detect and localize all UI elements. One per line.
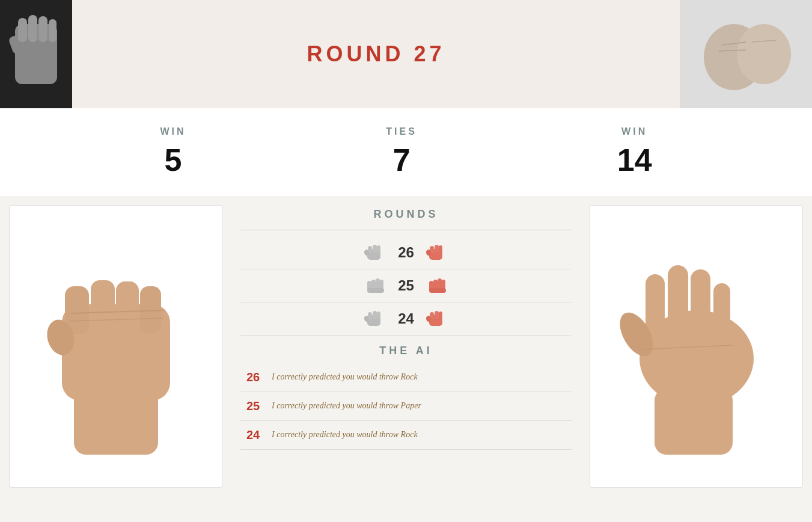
svg-rect-54 [691, 269, 710, 352]
ai-prediction-text-26: I correctly predicted you would throw Ro… [272, 370, 418, 383]
svg-rect-16 [140, 286, 161, 333]
round-number-24: 24 [395, 310, 417, 327]
ai-paper-image [600, 226, 793, 467]
svg-rect-48 [439, 312, 442, 319]
ai-round-num-25: 25 [246, 399, 264, 413]
player-win-block: WIN 5 [160, 126, 186, 178]
rounds-heading: ROUNDS [373, 208, 438, 221]
round-row-24: 24 [240, 302, 572, 336]
ai-round-num-24: 24 [246, 428, 264, 442]
svg-rect-47 [435, 311, 439, 319]
player-rock-icon-26 [364, 241, 386, 264]
ai-heading: THE AI [379, 345, 432, 357]
ai-hand-panel [590, 205, 803, 488]
svg-rect-22 [373, 245, 377, 253]
player-win-value: 5 [160, 142, 186, 178]
hero-banner: ROUND 27 [0, 0, 812, 108]
round-title: ROUND 27 [307, 41, 445, 67]
svg-rect-42 [373, 311, 377, 319]
round-number-25: 25 [395, 277, 417, 294]
svg-point-7 [737, 24, 791, 84]
ai-round-num-26: 26 [246, 370, 264, 384]
ai-prediction-text-25: I correctly predicted you would throw Pa… [272, 399, 421, 412]
ai-win-value: 14 [617, 142, 652, 178]
svg-rect-53 [668, 265, 688, 352]
svg-rect-27 [435, 245, 439, 253]
round-number-26: 26 [395, 244, 417, 261]
left-fist-icon [6, 6, 66, 102]
ai-rock-icon-26 [426, 241, 448, 264]
main-content: ROUNDS 26 [0, 196, 812, 497]
score-section: WIN 5 TIES 7 WIN 14 [0, 108, 812, 196]
svg-rect-4 [49, 19, 56, 42]
svg-rect-15 [116, 281, 139, 334]
player-rock-icon-24 [364, 307, 386, 330]
player-win-label: WIN [160, 126, 186, 137]
ai-prediction-text-24: I correctly predicted you would throw Ro… [272, 428, 418, 441]
ai-prediction-row-25: 25 I correctly predicted you would throw… [240, 392, 572, 421]
ai-win-block: WIN 14 [617, 126, 652, 178]
svg-rect-55 [713, 283, 730, 352]
svg-rect-34 [367, 288, 384, 293]
player-fist-image [26, 226, 206, 467]
player-hand-panel [9, 205, 222, 488]
ties-label: TIES [386, 126, 417, 137]
center-panel: ROUNDS 26 [222, 196, 590, 497]
right-hands-icon [686, 3, 806, 105]
round-row-25: 25 [240, 269, 572, 302]
svg-rect-2 [28, 15, 37, 42]
ai-rock-icon-24 [426, 307, 448, 330]
player-paper-icon-25 [364, 274, 386, 297]
round-row-26: 26 [240, 236, 572, 269]
svg-rect-1 [18, 18, 27, 42]
svg-rect-14 [91, 280, 115, 334]
ai-prediction-row-24: 24 I correctly predicted you would throw… [240, 421, 572, 450]
svg-rect-43 [377, 312, 380, 319]
ai-win-label: WIN [617, 126, 652, 137]
svg-rect-28 [439, 245, 442, 253]
svg-rect-3 [38, 16, 47, 42]
svg-rect-39 [429, 288, 446, 293]
ai-paper-icon-25 [426, 274, 448, 297]
svg-rect-23 [377, 245, 380, 253]
ties-block: TIES 7 [386, 126, 417, 178]
ai-predictions-list: 26 I correctly predicted you would throw… [240, 363, 572, 450]
rounds-divider [240, 230, 572, 230]
ai-prediction-row-26: 26 I correctly predicted you would throw… [240, 363, 572, 392]
ties-value: 7 [386, 142, 417, 178]
